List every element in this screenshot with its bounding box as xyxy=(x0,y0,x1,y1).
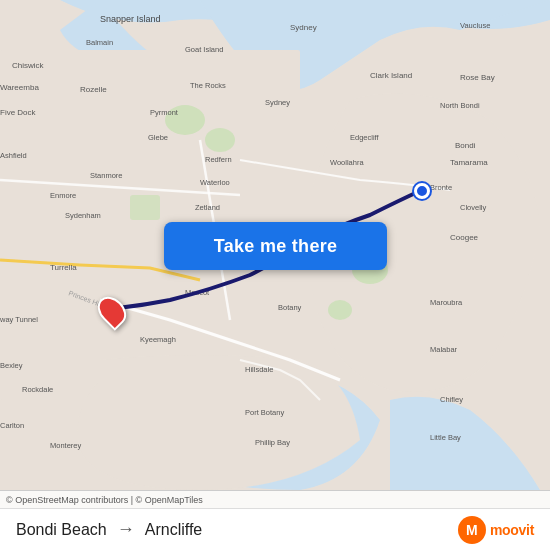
svg-text:Sydney: Sydney xyxy=(265,98,290,107)
svg-text:Ashfield: Ashfield xyxy=(0,151,27,160)
svg-text:Glebe: Glebe xyxy=(148,133,168,142)
svg-text:Botany: Botany xyxy=(278,303,302,312)
svg-point-4 xyxy=(205,128,235,152)
svg-text:Bondi: Bondi xyxy=(455,141,476,150)
svg-text:Port Botany: Port Botany xyxy=(245,408,284,417)
origin-marker xyxy=(414,183,430,199)
svg-text:Sydenham: Sydenham xyxy=(65,211,101,220)
svg-text:Clovelly: Clovelly xyxy=(460,203,487,212)
svg-text:Little Bay: Little Bay xyxy=(430,433,461,442)
svg-text:Rockdale: Rockdale xyxy=(22,385,53,394)
take-me-there-label: Take me there xyxy=(214,236,338,257)
svg-text:North Bondi: North Bondi xyxy=(440,101,480,110)
svg-text:Edgecliff: Edgecliff xyxy=(350,133,380,142)
svg-text:Vaucluse: Vaucluse xyxy=(460,21,490,30)
moovit-text: moovit xyxy=(490,522,534,538)
svg-text:Five Dock: Five Dock xyxy=(0,108,37,117)
svg-text:Stanmore: Stanmore xyxy=(90,171,123,180)
svg-text:way Tunnel: way Tunnel xyxy=(0,315,38,324)
svg-text:Carlton: Carlton xyxy=(0,421,24,430)
svg-text:Balmain: Balmain xyxy=(86,38,113,47)
svg-text:Rozelle: Rozelle xyxy=(80,85,107,94)
bottom-bar: Bondi Beach → Arncliffe M moovit xyxy=(0,508,550,550)
map-attribution: © OpenStreetMap contributors | © OpenMap… xyxy=(0,490,550,508)
svg-text:Chifley: Chifley xyxy=(440,395,463,404)
moovit-logo[interactable]: M moovit xyxy=(458,516,534,544)
svg-text:Rose Bay: Rose Bay xyxy=(460,73,495,82)
svg-text:Malabar: Malabar xyxy=(430,345,458,354)
svg-text:Phillip Bay: Phillip Bay xyxy=(255,438,290,447)
route-arrow: → xyxy=(117,519,135,540)
svg-text:Sydney: Sydney xyxy=(290,23,317,32)
svg-text:Kyeemagh: Kyeemagh xyxy=(140,335,176,344)
svg-text:Turrella: Turrella xyxy=(50,263,77,272)
svg-point-6 xyxy=(328,300,352,320)
svg-text:Zetland: Zetland xyxy=(195,203,220,212)
svg-text:Redfern: Redfern xyxy=(205,155,232,164)
svg-text:Goat Island: Goat Island xyxy=(185,45,223,54)
svg-text:Bronte: Bronte xyxy=(430,183,452,192)
moovit-icon: M xyxy=(458,516,486,544)
svg-text:Waterloo: Waterloo xyxy=(200,178,230,187)
take-me-there-button[interactable]: Take me there xyxy=(164,222,387,270)
route-to: Arncliffe xyxy=(145,521,203,539)
svg-text:Hillsdale: Hillsdale xyxy=(245,365,273,374)
destination-marker xyxy=(100,295,124,327)
svg-text:Snapper Island: Snapper Island xyxy=(100,14,161,24)
svg-text:Tamarama: Tamarama xyxy=(450,158,488,167)
svg-text:Chiswick: Chiswick xyxy=(12,61,45,70)
svg-text:Pyrmont: Pyrmont xyxy=(150,108,179,117)
svg-text:Maroubra: Maroubra xyxy=(430,298,463,307)
svg-rect-7 xyxy=(130,195,160,220)
route-from: Bondi Beach xyxy=(16,521,107,539)
svg-text:Clark Island: Clark Island xyxy=(370,71,412,80)
map-container: Snapper Island Chiswick Balmain Goat Isl… xyxy=(0,0,550,490)
svg-text:Woollahra: Woollahra xyxy=(330,158,364,167)
svg-text:Enmore: Enmore xyxy=(50,191,76,200)
svg-text:Wareemba: Wareemba xyxy=(0,83,39,92)
svg-text:The Rocks: The Rocks xyxy=(190,81,226,90)
svg-text:Bexley: Bexley xyxy=(0,361,23,370)
svg-text:Monterey: Monterey xyxy=(50,441,82,450)
svg-text:Coogee: Coogee xyxy=(450,233,479,242)
